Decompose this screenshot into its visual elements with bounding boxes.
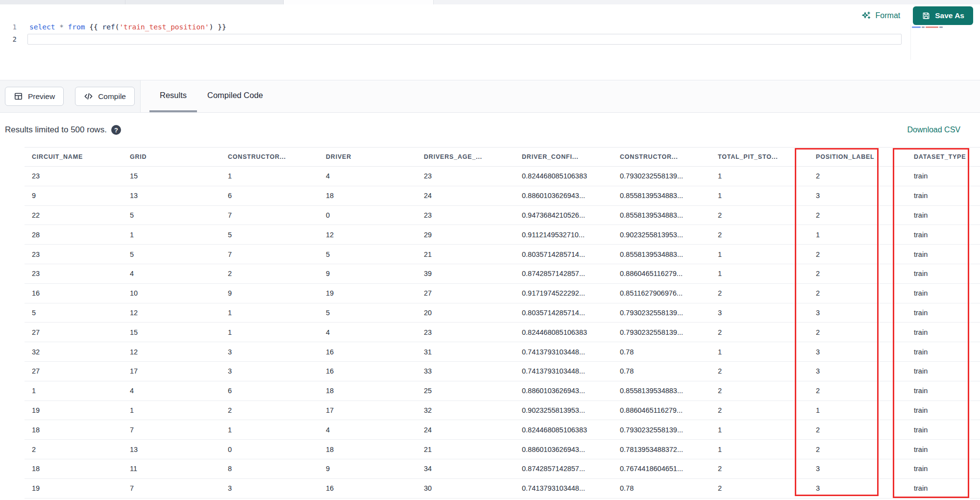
table-cell: 2	[808, 323, 906, 342]
table-row: 913618240.8860103626943...0.855813953488…	[24, 186, 980, 206]
code-token	[55, 23, 59, 31]
table-cell: train	[906, 245, 980, 264]
table-cell: 1	[710, 186, 808, 205]
table-cell: 5	[220, 225, 318, 244]
column-header-circuit-name[interactable]: CIRCUIT_NAME	[24, 148, 122, 166]
results-info-bar: Results limited to 500 rows. ? Download …	[0, 113, 980, 147]
table-cell: 23	[24, 245, 122, 264]
column-header-drivers-age[interactable]: DRIVERS_AGE_...	[416, 148, 514, 166]
table-cell: 16	[24, 284, 122, 303]
table-cell: 10	[122, 284, 220, 303]
table-cell: 4	[122, 264, 220, 283]
results-table-header-row: CIRCUIT_NAMEGRIDCONSTRUCTOR...DRIVERDRIV…	[24, 147, 980, 167]
table-cell: 18	[318, 186, 416, 205]
save-icon	[922, 11, 931, 20]
preview-button[interactable]: Preview	[5, 87, 64, 106]
table-cell: 27	[416, 284, 514, 303]
table-row: 281512290.9112149532710...0.902325581395…	[24, 225, 980, 245]
table-cell: 2	[710, 206, 808, 225]
preview-label: Preview	[28, 92, 55, 101]
format-button[interactable]: Format	[861, 11, 901, 21]
table-cell: 23	[416, 167, 514, 186]
table-cell: 6	[220, 186, 318, 205]
table-cell: 27	[24, 362, 122, 381]
table-row: 18714240.8244680851063830.7930232558139.…	[24, 420, 980, 440]
compile-button[interactable]: Compile	[75, 87, 135, 106]
help-icon[interactable]: ?	[111, 125, 121, 135]
format-label: Format	[876, 11, 901, 20]
table-cell: 1	[220, 420, 318, 439]
table-cell: 13	[122, 440, 220, 459]
code-token: from	[68, 23, 85, 31]
table-cell: 33	[416, 362, 514, 381]
table-cell: 0.824468085106383	[514, 167, 612, 186]
table-cell: 2	[808, 206, 906, 225]
table-cell: 12	[122, 342, 220, 361]
column-header-driver-confi[interactable]: DRIVER_CONFI...	[514, 148, 612, 166]
table-row: 2717316330.7413793103448...0.7823train	[24, 362, 980, 381]
table-cell: 2	[710, 479, 808, 498]
table-cell: 0.8035714285714...	[514, 303, 612, 323]
editor-minimap[interactable]	[910, 25, 975, 60]
table-cell: 9	[318, 264, 416, 283]
table-cell: 3	[808, 186, 906, 205]
table-cell: 0.78	[612, 362, 710, 381]
table-cell: train	[906, 323, 980, 342]
table-cell: 2	[710, 362, 808, 381]
table-cell: 20	[416, 303, 514, 323]
editor-tab-segment[interactable]	[125, 0, 284, 4]
column-header-constructor[interactable]: CONSTRUCTOR...	[220, 148, 318, 166]
column-header-driver[interactable]: DRIVER	[318, 148, 416, 166]
table-cell: train	[906, 420, 980, 439]
table-cell: 0.9023255813953...	[612, 225, 710, 244]
table-cell: 2	[710, 323, 808, 342]
table-cell: 0.8860103626943...	[514, 186, 612, 205]
save-as-button[interactable]: Save As	[913, 6, 973, 25]
table-cell: 34	[416, 459, 514, 478]
column-header-grid[interactable]: GRID	[122, 148, 220, 166]
table-cell: 16	[318, 479, 416, 498]
code-brackets-icon	[84, 92, 93, 101]
table-cell: 0.9473684210526...	[514, 206, 612, 225]
table-cell: 3	[808, 362, 906, 381]
table-cell: train	[906, 186, 980, 205]
code-area[interactable]: 1 select * from {{ ref('train_test_posit…	[0, 21, 906, 45]
table-cell: 0.9112149532710...	[514, 225, 612, 244]
column-header-total-pit-sto[interactable]: TOTAL_PIT_STO...	[710, 148, 808, 166]
table-cell: train	[906, 440, 980, 459]
table-cell: 21	[416, 245, 514, 264]
code-line-2[interactable]: 2	[0, 33, 906, 45]
editor-toolbar: Format Save As	[861, 6, 973, 25]
table-cell: 2	[710, 381, 808, 400]
table-cell: 5	[122, 206, 220, 225]
column-header-constructor[interactable]: CONSTRUCTOR...	[612, 148, 710, 166]
editor-tab-segment-active[interactable]	[284, 0, 433, 4]
table-cell: 9	[24, 186, 122, 205]
table-cell: 3	[808, 459, 906, 478]
table-cell: 0.824468085106383	[514, 323, 612, 342]
table-cell: 0.7674418604651...	[612, 459, 710, 478]
results-tabs: Results Compiled Code	[149, 80, 273, 112]
table-cell: train	[906, 401, 980, 420]
table-cell: 0.8742857142857...	[514, 459, 612, 478]
code-line-1[interactable]: 1 select * from {{ ref('train_test_posit…	[0, 21, 906, 33]
table-cell: 0.8742857142857...	[514, 264, 612, 283]
download-csv-link[interactable]: Download CSV	[907, 125, 961, 134]
sql-editor[interactable]: Format Save As 1 select * from {{ ref('t…	[0, 4, 980, 80]
table-cell: 15	[122, 323, 220, 342]
table-cell: 2	[220, 401, 318, 420]
table-cell: 16	[318, 362, 416, 381]
tab-compiled-code[interactable]: Compiled Code	[197, 80, 273, 112]
table-cell: 15	[122, 167, 220, 186]
table-cell: 7	[220, 206, 318, 225]
table-cell: 4	[318, 167, 416, 186]
table-cell: 1	[710, 264, 808, 283]
tab-results[interactable]: Results	[149, 80, 197, 112]
column-header-position-label[interactable]: POSITION_LABEL	[808, 148, 906, 166]
table-cell: 6	[220, 381, 318, 400]
editor-tab-segment[interactable]	[0, 0, 125, 4]
table-cell: 2	[808, 420, 906, 439]
table-cell: 30	[416, 479, 514, 498]
table-cell: train	[906, 303, 980, 323]
column-header-dataset-type[interactable]: DATASET_TYPE	[906, 148, 980, 166]
